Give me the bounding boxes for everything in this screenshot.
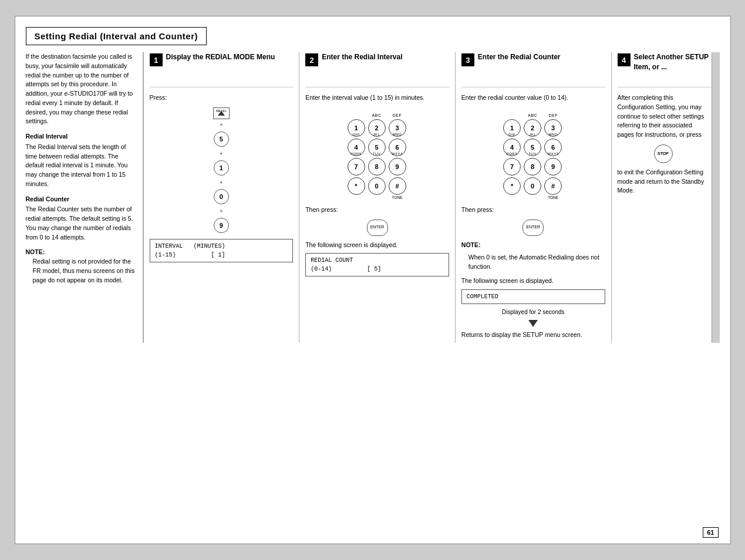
key-hash-bottom-label: TONE [392,195,403,201]
step3-column: 3 Enter the Redial Counter Enter the red… [455,52,611,343]
step3-following-screen: The following screen is displayed. [461,276,605,286]
plus2: + [220,149,223,158]
step1-number: 1 [150,53,163,66]
key9-top: WXYZ [548,151,559,157]
step1-column: 1 Display the REDIAL MODE Menu Press: ME… [143,52,299,343]
page-number: 61 [703,527,718,538]
key6-top-label: MNO [393,132,402,137]
key4-top: GHI [508,132,515,137]
key-9: 9 [214,218,229,233]
intro-column: If the destination facsimile you called … [26,52,143,343]
step2-title: Enter the Redial Interval [322,52,402,62]
plus3: + [220,178,223,187]
step3-keypad-wrapper: 1 ABC2 DEF3 GHI4 JKL5 [461,106,605,205]
key8-top: TUV [528,151,537,157]
step2-header: 2 Enter the Redial Interval [305,52,449,87]
redial-counter-header: Redial Counter [26,195,136,204]
step1-screen: INTERVAL (MINUTES) (1-15) [ 1] [150,239,294,262]
key-9: WXYZ9 [389,158,406,176]
step2-enter-label: ENTER [370,225,385,230]
step1-body: Press: MENU + 5 + 1 + 0 + 9 [150,93,294,266]
key-8: TUV8 [524,158,541,176]
key4-top-label: GHI [352,132,359,137]
key-star: * [348,177,365,195]
step4-body1: After completing this Configuration Sett… [618,93,709,140]
step2-column: 2 Enter the Redial Interval Enter the in… [299,52,455,343]
step2-screen: REDIAL COUNT (0-14) [ 5] [305,253,449,276]
key-0: 0 [368,177,386,195]
menu-button: MENU [213,107,230,119]
step3-displayed-for: Displayed for 2 seconds [461,308,605,316]
key7-top: PQRS [507,151,518,157]
key-5: 5 [214,131,229,147]
step2-following-screen: The following screen is displayed. [305,241,449,250]
note-body: Redial setting is not provided for the F… [26,257,136,285]
step4-body2: to exit the Configuration Setting mode a… [618,168,709,195]
key-0: 0 [214,189,229,204]
key-7: PQRS7 [348,158,365,176]
step4-column: 4 Select Another SETUP Item, or ... Afte… [611,52,720,343]
step2-number: 2 [305,53,318,66]
step2-body1: Enter the interval value (1 to 15) in mi… [305,93,449,103]
key-1: 1 [214,160,229,176]
step3-returns-to: Returns to display the SETUP menu screen… [461,330,605,340]
plus1: + [220,120,223,129]
step2-keypad-wrapper: 1 ABC2 DEF3 GHI4 JKL5 [305,106,449,205]
step1-header: 1 Display the REDIAL MODE Menu [150,52,294,87]
step3-arrow-down-icon [528,320,538,327]
step4-stop-label: STOP [658,151,669,157]
page: Setting Redial (Interval and Counter) If… [15,16,731,544]
step3-number: 3 [461,53,474,66]
step2-enter-button: ENTER [367,220,388,236]
key5-top: JKL [529,132,536,137]
page-title: Setting Redial (Interval and Counter) [26,27,207,45]
step4-header: 4 Select Another SETUP Item, or ... [618,52,720,87]
step3-header: 3 Enter the Redial Counter [461,52,605,87]
scrollbar-right[interactable] [712,52,720,343]
step3-completed-screen: COMPLETED [461,289,605,304]
key3-top-label: DEF [393,113,402,119]
key-8: TUV8 [368,158,386,176]
step3-enter-button: ENTER [522,220,544,236]
step3-enter-label: ENTER [526,225,540,230]
key-hash-tone: TONE [548,195,558,201]
redial-interval-body: The Redial Interval sets the length of t… [26,143,136,189]
main-layout: If the destination facsimile you called … [26,52,720,343]
redial-counter-body: The Redial Counter sets the number of re… [26,205,136,242]
key3-top: DEF [548,113,558,119]
key2-top-label: ABC [372,113,382,119]
key9-top-label: WXYZ [392,151,403,157]
step3-note-header: NOTE: [461,241,605,250]
key-9: WXYZ9 [544,158,562,176]
intro-body: If the destination facsimile you called … [26,52,136,126]
step4-body: After completing this Configuration Sett… [618,93,720,199]
key2-top: ABC [528,113,537,119]
step1-press-label: Press: [150,93,294,103]
steps-area: 1 Display the REDIAL MODE Menu Press: ME… [143,52,611,343]
step3-note-body: When 0 is set, the Automatic Redialing d… [461,253,605,272]
step4-stop-button: STOP [654,144,673,163]
key5-top-label: JKL [373,132,380,137]
menu-label: MENU [216,109,227,114]
step2-body: Enter the interval value (1 to 15) in mi… [305,93,449,280]
key-star: * [503,177,521,195]
key6-top: MNO [548,132,558,137]
redial-interval-header: Redial Interval [26,132,136,141]
step3-title: Enter the Redial Counter [478,52,561,62]
step1-title: Display the REDIAL MODE Menu [166,52,275,62]
plus4: + [220,207,223,215]
step3-keypad: 1 ABC2 DEF3 GHI4 JKL5 [503,119,563,195]
step3-body1: Enter the redial counter value (0 to 14)… [461,93,605,103]
key8-top-label: TUV [373,151,381,157]
key-0: 0 [524,177,541,195]
step4-title: Select Another SETUP Item, or ... [634,52,720,72]
step3-body: Enter the redial counter value (0 to 14)… [461,93,605,343]
key-hash: TONE# [544,177,562,195]
key-7: PQRS7 [503,158,521,176]
step4-number: 4 [618,53,631,66]
menu-key-area: MENU + 5 + 1 + 0 + 9 [150,107,294,234]
key-hash: TONE# [389,177,406,195]
key7-top-label: PQRS [350,151,362,157]
step3-then-press: Then press: [461,205,605,215]
step2-then-press: Then press: [305,205,449,215]
